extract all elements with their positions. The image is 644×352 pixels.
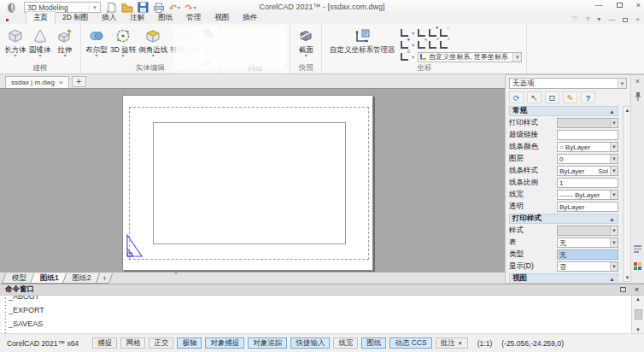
scroll-up-icon[interactable]: ▲ xyxy=(635,296,641,302)
toggle-lineweight[interactable]: 线宽 xyxy=(333,337,358,349)
ccs-origin-button[interactable] xyxy=(418,29,425,37)
scroll-down-icon[interactable]: ▼ xyxy=(625,275,630,280)
ccs-manager-button[interactable]: 自定义坐标系管理器 xyxy=(326,25,398,54)
favorite-icon[interactable]: ♡ xyxy=(572,16,578,23)
ccs-3point-button[interactable]: ● xyxy=(401,41,408,49)
minimize-button[interactable]: — xyxy=(595,1,603,9)
ccs-selector[interactable]: 自定义坐标系, 世界坐标系 ▼ xyxy=(418,52,522,62)
chevron-down-icon[interactable]: ▾ xyxy=(95,54,97,58)
layout-viewport[interactable] xyxy=(153,122,346,244)
help-icon[interactable]: ? xyxy=(581,91,595,103)
toggle-snap[interactable]: 捕捉 xyxy=(92,337,117,349)
command-window-header[interactable]: 命令窗口 × xyxy=(0,284,644,296)
chevron-down-icon[interactable]: ▾ xyxy=(14,54,16,58)
toggle-polar[interactable]: 极轴 xyxy=(177,337,202,349)
box-select-icon[interactable]: ⊡ xyxy=(545,91,559,103)
chevron-down-icon[interactable]: ▾ xyxy=(412,30,414,36)
palette-tab-icon[interactable] xyxy=(633,244,642,255)
close-button[interactable]: × xyxy=(636,1,641,9)
annotation-dropdown[interactable]: 批注▼ xyxy=(436,337,468,349)
toggle-ortho[interactable]: 正交 xyxy=(149,337,173,349)
annotation-scale-label[interactable]: (1:1) xyxy=(477,339,492,348)
ccs-world-button[interactable]: ● xyxy=(429,29,436,37)
ccs-y-axis-button[interactable]: ² xyxy=(440,41,448,49)
pin-icon[interactable] xyxy=(634,91,642,103)
boolean-button[interactable]: 布尔型 ▾ xyxy=(85,25,108,58)
chevron-down-icon[interactable]: ▾ xyxy=(63,54,66,58)
chevron-down-icon[interactable]: ▾ xyxy=(38,54,41,58)
tab-sheet[interactable]: 图纸 xyxy=(151,12,179,24)
expand-arrow-icon[interactable]: ⌃ xyxy=(173,272,179,279)
scrollbar-thumb[interactable] xyxy=(635,309,642,320)
display-combo[interactable]: 否▼ xyxy=(557,261,618,272)
toggle-esnap[interactable]: 对象捕捉 xyxy=(205,337,244,349)
print-button[interactable] xyxy=(153,3,165,13)
color-palette-icon[interactable] xyxy=(633,261,642,273)
float-window-button[interactable] xyxy=(620,287,626,292)
document-tab[interactable]: ssdax | m.dwg × xyxy=(5,76,69,88)
tab-home[interactable]: 主页 xyxy=(26,11,56,24)
command-scrollbar[interactable]: ▲ ▼ xyxy=(631,296,644,333)
line-color-combo[interactable]: ○ByLayer▼ xyxy=(557,142,618,152)
close-palette-button[interactable]: × xyxy=(635,78,640,85)
toggle-dynamic-ccs[interactable]: 动态 CCS xyxy=(389,337,431,349)
tab-plugins[interactable]: 插件 xyxy=(236,12,264,24)
ccs-button[interactable] xyxy=(401,29,408,37)
open-file-button[interactable] xyxy=(121,3,133,13)
extrude-button[interactable]: 拉伸 ▾ xyxy=(54,25,76,58)
pointer-select-icon[interactable]: ↖ xyxy=(527,91,542,103)
mdi-close-button[interactable]: × xyxy=(635,16,640,23)
line-style-combo[interactable]: ByLayerSol▼ xyxy=(557,166,618,176)
transparency-input[interactable]: ByLayer xyxy=(557,202,618,212)
chamfer-edge-button[interactable]: 倒角边线 ▾ xyxy=(138,25,167,58)
restore-button[interactable] xyxy=(617,3,623,8)
mdi-restore-button[interactable] xyxy=(623,18,628,22)
toggle-etrack[interactable]: 对象追踪 xyxy=(248,337,287,349)
table-combo[interactable]: 无▼ xyxy=(557,238,618,248)
tab-view[interactable]: 视图 xyxy=(208,12,236,24)
ccs-previous-button[interactable]: – xyxy=(440,29,448,37)
drawing-canvas[interactable] xyxy=(0,88,505,272)
chevron-down-icon[interactable]: ▾ xyxy=(122,54,125,58)
close-command-window-button[interactable]: × xyxy=(635,285,639,294)
tab-2d-drafting[interactable]: 2D 制图 xyxy=(56,12,95,24)
help-icon[interactable]: ? xyxy=(586,16,589,23)
close-icon[interactable]: × xyxy=(59,79,63,86)
selection-filter-combo[interactable]: 无选项 ▼ xyxy=(509,78,627,89)
toggle-sheet[interactable]: 图纸 xyxy=(361,337,386,349)
hyperlink-input[interactable] xyxy=(557,130,618,140)
chevron-down-icon[interactable]: ▾ xyxy=(412,42,414,48)
chevron-down-icon[interactable]: ▾ xyxy=(597,16,600,23)
layer-combo[interactable]: 0▼ xyxy=(557,154,618,164)
tab-sheet2[interactable]: 图纸2 xyxy=(64,273,100,284)
new-document-tab-button[interactable]: + xyxy=(72,76,86,87)
chevron-down-icon[interactable]: ▾ xyxy=(152,54,155,58)
section-print-style[interactable]: 打印样式 ▲ xyxy=(509,214,618,224)
add-layout-button[interactable]: + xyxy=(96,273,113,284)
quick-select-icon[interactable]: ✎ xyxy=(563,91,577,103)
tab-insert[interactable]: 插入 xyxy=(95,12,123,24)
ccs-entity-button[interactable]: ● xyxy=(418,41,425,49)
mdi-minimize-button[interactable]: — xyxy=(608,16,615,23)
chevron-down-icon[interactable]: ▾ xyxy=(305,54,307,58)
scroll-down-icon[interactable]: ▼ xyxy=(635,327,641,332)
command-prompt[interactable]: : xyxy=(4,327,631,333)
rotate-3d-button[interactable]: 3D 旋转 ▾ xyxy=(110,25,136,58)
ccs-x-axis-button[interactable]: ² xyxy=(429,41,436,49)
scroll-up-icon[interactable]: ▲ xyxy=(625,108,630,113)
ccs-named-button[interactable]: ≡ xyxy=(401,53,408,61)
section-general[interactable]: 常规 ▲ xyxy=(509,106,618,116)
cone-button[interactable]: 圆锥体 ▾ xyxy=(29,25,51,58)
refresh-selection-icon[interactable]: ⟳ xyxy=(509,91,524,103)
line-weight-combo[interactable]: ——ByLayer▼ xyxy=(557,190,618,200)
tab-annotate[interactable]: 注解 xyxy=(123,12,151,24)
toggle-grid[interactable]: 网格 xyxy=(120,337,145,349)
command-history[interactable]: : _ABOUT : : _EXPORT : : _SAVEAS : xyxy=(0,296,631,333)
section-view[interactable]: 视图 ▲ xyxy=(509,273,618,284)
section-button[interactable]: 截面 ▾ xyxy=(295,25,317,58)
tab-manage[interactable]: 管理 xyxy=(179,12,208,24)
chevron-down-icon[interactable]: ▾ xyxy=(412,54,414,60)
box-button[interactable]: 长方体 ▾ xyxy=(4,25,26,58)
line-scale-input[interactable]: 1 xyxy=(557,178,618,188)
toggle-quick-input[interactable]: 快捷输入 xyxy=(290,337,330,349)
